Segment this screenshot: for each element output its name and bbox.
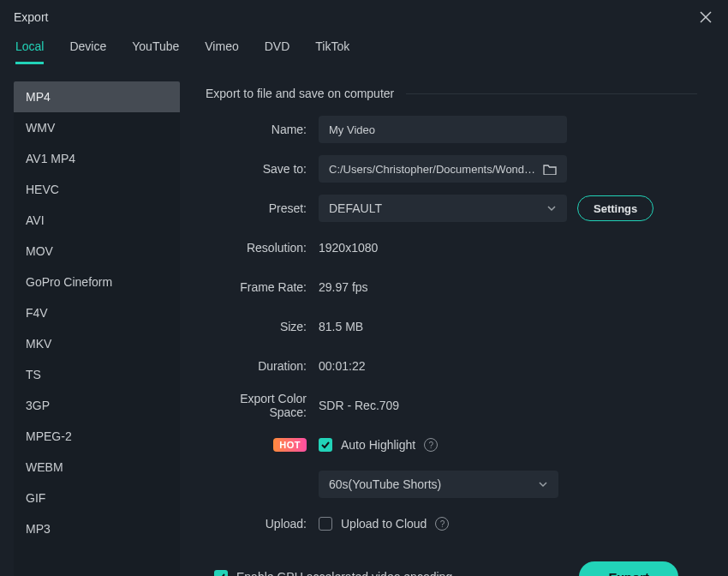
name-input[interactable] [319, 116, 567, 143]
format-mpeg2[interactable]: MPEG-2 [14, 421, 180, 452]
tab-device[interactable]: Device [69, 39, 106, 64]
close-icon [700, 11, 712, 23]
format-av1-mp4[interactable]: AV1 MP4 [14, 143, 180, 174]
gpu-label: Enable GPU accelerated video encoding [236, 570, 452, 576]
format-3gp[interactable]: 3GP [14, 390, 180, 421]
dialog-footer: Enable GPU accelerated video encoding Ex… [206, 549, 697, 576]
upload-cloud-checkbox[interactable] [319, 517, 332, 531]
dialog-body: MP4 WMV AV1 MP4 HEVC AVI MOV GoPro Cinef… [0, 64, 728, 576]
format-mov[interactable]: MOV [14, 236, 180, 267]
preset-select[interactable]: DEFAULT [319, 195, 567, 222]
label-duration: Duration: [206, 359, 319, 373]
label-preset: Preset: [206, 201, 319, 215]
chevron-down-icon [546, 203, 557, 213]
format-f4v[interactable]: F4V [14, 297, 180, 328]
label-save-to: Save to: [206, 162, 319, 176]
duration-value: 00:01:22 [319, 359, 366, 373]
form-heading-row: Export to file and save on computer [206, 81, 697, 116]
row-name: Name: [206, 116, 697, 143]
label-color-space: Export Color Space: [206, 392, 319, 419]
check-icon [216, 572, 226, 576]
folder-icon [543, 163, 557, 175]
format-mp3[interactable]: MP3 [14, 513, 180, 544]
preset-value: DEFAULT [329, 201, 382, 215]
chevron-down-icon [538, 479, 548, 489]
upload-help[interactable]: ? [435, 517, 449, 531]
hot-badge: HOT [273, 438, 307, 452]
format-mkv[interactable]: MKV [14, 328, 180, 359]
resolution-value: 1920x1080 [319, 241, 378, 255]
format-wmv[interactable]: WMV [14, 112, 180, 143]
titlebar: Export [0, 0, 728, 33]
row-resolution: Resolution: 1920x1080 [206, 234, 697, 261]
label-size: Size: [206, 320, 319, 333]
auto-highlight-help[interactable]: ? [424, 438, 438, 452]
row-frame-rate: Frame Rate: 29.97 fps [206, 273, 697, 301]
save-to-path: C:/Users/Christopher/Documents/Wondersh [329, 163, 536, 176]
export-button[interactable]: Export [579, 561, 678, 576]
label-name: Name: [206, 123, 319, 136]
label-frame-rate: Frame Rate: [206, 280, 319, 294]
row-size: Size: 81.5 MB [206, 313, 697, 340]
auto-highlight-checkbox[interactable] [319, 438, 332, 452]
gpu-checkbox[interactable] [214, 570, 228, 576]
row-color-space: Export Color Space: SDR - Rec.709 [206, 392, 697, 419]
auto-highlight-label: Auto Highlight [341, 438, 415, 452]
format-ts[interactable]: TS [14, 359, 180, 390]
format-avi[interactable]: AVI [14, 205, 180, 236]
row-preset: Preset: DEFAULT Settings [206, 195, 697, 222]
tab-tiktok[interactable]: TikTok [315, 39, 349, 64]
label-upload: Upload: [206, 517, 319, 531]
label-resolution: Resolution: [206, 241, 319, 255]
format-sidebar: MP4 WMV AV1 MP4 HEVC AVI MOV GoPro Cinef… [14, 81, 180, 576]
row-save-to: Save to: C:/Users/Christopher/Documents/… [206, 155, 697, 183]
format-gif[interactable]: GIF [14, 483, 180, 513]
frame-rate-value: 29.97 fps [319, 280, 368, 294]
highlight-duration-select[interactable]: 60s(YouTube Shorts) [319, 471, 558, 498]
save-to-field[interactable]: C:/Users/Christopher/Documents/Wondersh [319, 155, 567, 183]
export-form: Export to file and save on computer Name… [180, 81, 714, 576]
tab-bar: Local Device YouTube Vimeo DVD TikTok [0, 33, 728, 64]
size-value: 81.5 MB [319, 320, 363, 333]
format-mp4[interactable]: MP4 [14, 81, 180, 112]
row-duration: Duration: 00:01:22 [206, 352, 697, 380]
tab-local[interactable]: Local [15, 39, 44, 64]
tab-vimeo[interactable]: Vimeo [205, 39, 238, 64]
format-gopro[interactable]: GoPro Cineform [14, 267, 180, 297]
close-button[interactable] [697, 9, 714, 26]
tab-dvd[interactable]: DVD [265, 39, 290, 64]
color-space-value: SDR - Rec.709 [319, 399, 399, 412]
row-auto-highlight: HOT Auto Highlight ? [206, 431, 697, 459]
row-highlight-duration: 60s(YouTube Shorts) [206, 471, 697, 498]
settings-button[interactable]: Settings [577, 195, 653, 221]
tab-youtube[interactable]: YouTube [132, 39, 179, 64]
window-title: Export [14, 10, 48, 24]
format-hevc[interactable]: HEVC [14, 174, 180, 205]
check-icon [320, 440, 331, 450]
divider [406, 93, 697, 94]
export-dialog: Export Local Device YouTube Vimeo DVD Ti… [0, 0, 728, 576]
row-upload: Upload: Upload to Cloud ? [206, 510, 697, 537]
format-webm[interactable]: WEBM [14, 452, 180, 483]
highlight-duration-value: 60s(YouTube Shorts) [329, 477, 441, 491]
upload-cloud-label: Upload to Cloud [341, 517, 427, 531]
form-heading: Export to file and save on computer [206, 87, 394, 100]
